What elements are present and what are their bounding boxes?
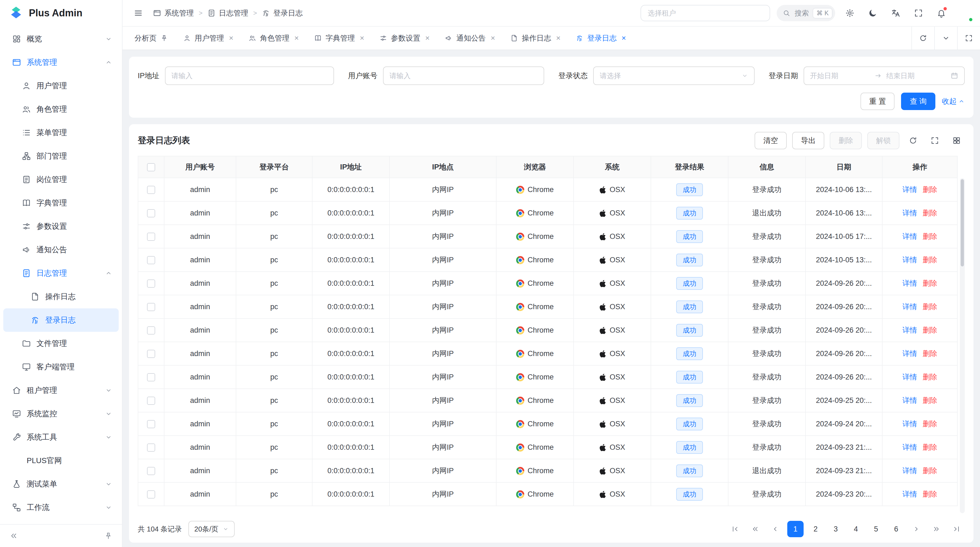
sidebar-item-17[interactable]: 系统工具 xyxy=(3,426,119,449)
detail-link[interactable]: 详情 xyxy=(902,279,917,287)
detail-link[interactable]: 详情 xyxy=(902,373,917,381)
clear-button[interactable]: 清空 xyxy=(755,132,787,149)
reset-button[interactable]: 重 置 xyxy=(861,92,895,110)
tab-6[interactable]: 操作日志× xyxy=(503,27,568,49)
delete-link[interactable]: 删除 xyxy=(923,303,937,311)
delete-link[interactable]: 删除 xyxy=(923,185,937,194)
row-checkbox[interactable] xyxy=(147,420,155,428)
delete-link[interactable]: 删除 xyxy=(923,349,937,358)
delete-link[interactable]: 删除 xyxy=(923,420,937,428)
sidebar-item-13[interactable]: 文件管理 xyxy=(3,332,119,355)
notification-bell-icon[interactable] xyxy=(933,5,950,21)
collapse-filters-link[interactable]: 收起 xyxy=(942,96,965,106)
sidebar-item-20[interactable]: 工作流 xyxy=(3,496,119,519)
tab-3[interactable]: 字典管理× xyxy=(307,27,372,49)
column-settings-grid-icon[interactable] xyxy=(948,132,965,149)
close-icon[interactable]: × xyxy=(360,34,364,42)
delete-link[interactable]: 删除 xyxy=(923,396,937,405)
sidebar-item-2[interactable]: 用户管理 xyxy=(3,74,119,97)
close-icon[interactable]: × xyxy=(556,34,560,42)
export-button[interactable]: 导出 xyxy=(792,132,824,149)
delete-button[interactable]: 删除 xyxy=(830,132,862,149)
sidebar-item-16[interactable]: 系统监控 xyxy=(3,402,119,426)
tab-1[interactable]: 用户管理× xyxy=(176,27,241,49)
settings-gear-icon[interactable] xyxy=(842,5,858,21)
page-button-3[interactable]: 3 xyxy=(827,521,844,537)
fullscreen-icon[interactable] xyxy=(910,5,927,21)
breadcrumb-item-0[interactable]: 系统管理 xyxy=(153,8,194,18)
search-button[interactable]: 搜索 ⌘ K xyxy=(776,5,835,21)
page-button-4[interactable]: 4 xyxy=(848,521,864,537)
sidebar-item-18[interactable]: PLUS官网 xyxy=(3,449,119,472)
tab-0[interactable]: 分析页 xyxy=(127,27,176,49)
sidebar-item-10[interactable]: 日志管理 xyxy=(3,262,119,285)
tab-4[interactable]: 参数设置× xyxy=(372,27,437,49)
detail-link[interactable]: 详情 xyxy=(902,232,917,241)
last-page-button[interactable] xyxy=(948,521,965,537)
sidebar-item-6[interactable]: 岗位管理 xyxy=(3,168,119,191)
row-checkbox[interactable] xyxy=(147,350,155,358)
detail-link[interactable]: 详情 xyxy=(902,326,917,334)
detail-link[interactable]: 详情 xyxy=(902,209,917,217)
date-end-input[interactable] xyxy=(886,72,946,80)
delete-link[interactable]: 删除 xyxy=(923,256,937,264)
sidebar-item-1[interactable]: 系统管理 xyxy=(3,51,119,74)
sidebar-item-4[interactable]: 菜单管理 xyxy=(3,121,119,144)
sidebar-item-0[interactable]: 概览 xyxy=(3,27,119,51)
first-page-button[interactable] xyxy=(727,521,743,537)
scrollbar-thumb[interactable] xyxy=(961,179,964,266)
row-checkbox[interactable] xyxy=(147,303,155,311)
row-checkbox[interactable] xyxy=(147,443,155,452)
date-range-picker[interactable] xyxy=(803,67,965,85)
sidebar-item-14[interactable]: 客户端管理 xyxy=(3,355,119,379)
ip-input[interactable] xyxy=(165,67,334,85)
pin-icon[interactable] xyxy=(160,34,168,42)
breadcrumb-item-2[interactable]: 登录日志 xyxy=(262,8,303,18)
delete-link[interactable]: 删除 xyxy=(923,279,937,287)
delete-link[interactable]: 删除 xyxy=(923,232,937,241)
detail-link[interactable]: 详情 xyxy=(902,303,917,311)
prev-page-button[interactable] xyxy=(767,521,783,537)
pin-sidebar-icon[interactable] xyxy=(101,529,115,543)
delete-link[interactable]: 删除 xyxy=(923,326,937,334)
delete-link[interactable]: 删除 xyxy=(923,373,937,381)
page-button-6[interactable]: 6 xyxy=(888,521,904,537)
sidebar-item-7[interactable]: 字典管理 xyxy=(3,191,119,215)
close-icon[interactable]: × xyxy=(490,34,495,42)
detail-link[interactable]: 详情 xyxy=(902,185,917,194)
detail-link[interactable]: 详情 xyxy=(902,420,917,428)
detail-link[interactable]: 详情 xyxy=(902,467,917,475)
user-avatar[interactable] xyxy=(956,5,972,21)
page-button-2[interactable]: 2 xyxy=(807,521,824,537)
page-button-1[interactable]: 1 xyxy=(787,521,803,537)
breadcrumb-item-1[interactable]: 日志管理 xyxy=(207,8,248,18)
row-checkbox[interactable] xyxy=(147,233,155,241)
tab-2[interactable]: 角色管理× xyxy=(241,27,306,49)
detail-link[interactable]: 详情 xyxy=(902,443,917,451)
dark-mode-moon-icon[interactable] xyxy=(865,5,881,21)
table-scrollbar[interactable] xyxy=(960,178,965,513)
tenant-select-input[interactable] xyxy=(641,5,770,21)
collapse-sidebar-button[interactable] xyxy=(6,529,21,543)
tab-7[interactable]: 登录日志× xyxy=(568,27,633,49)
row-checkbox[interactable] xyxy=(147,397,155,405)
refresh-tab-icon[interactable] xyxy=(912,27,934,49)
row-checkbox[interactable] xyxy=(147,209,155,217)
delete-link[interactable]: 删除 xyxy=(923,490,937,498)
translate-icon[interactable] xyxy=(888,5,904,21)
hamburger-icon[interactable] xyxy=(130,5,146,21)
row-checkbox[interactable] xyxy=(147,186,155,194)
detail-link[interactable]: 详情 xyxy=(902,349,917,358)
tabs-dropdown-chevron-icon[interactable] xyxy=(934,27,957,49)
sidebar-item-9[interactable]: 通知公告 xyxy=(3,238,119,262)
delete-link[interactable]: 删除 xyxy=(923,209,937,217)
status-select[interactable]: 请选择 xyxy=(593,67,755,85)
sidebar-item-3[interactable]: 角色管理 xyxy=(3,97,119,121)
row-checkbox[interactable] xyxy=(147,256,155,264)
row-checkbox[interactable] xyxy=(147,373,155,381)
row-checkbox[interactable] xyxy=(147,467,155,475)
delete-link[interactable]: 删除 xyxy=(923,443,937,451)
close-icon[interactable]: × xyxy=(622,34,626,42)
sidebar-item-8[interactable]: 参数设置 xyxy=(3,215,119,238)
close-icon[interactable]: × xyxy=(425,34,430,42)
